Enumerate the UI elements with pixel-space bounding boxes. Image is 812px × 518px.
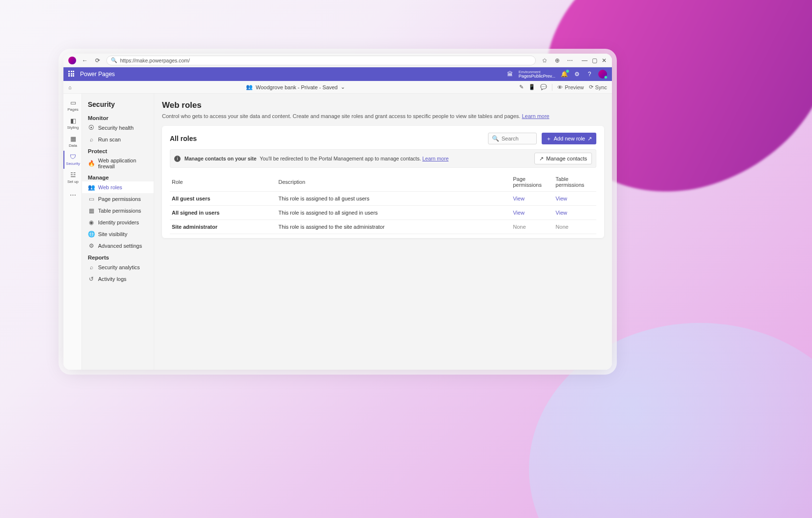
view-table-permissions-link[interactable]: View [556, 196, 568, 201]
environment-picker[interactable]: Environment PagesPublicPrev... [519, 70, 555, 79]
gear-icon: ⚙ [88, 242, 95, 249]
search-icon: 🔍 [492, 135, 499, 142]
mobile-icon[interactable]: 📱 [528, 84, 535, 90]
view-page-permissions-link[interactable]: View [513, 210, 525, 216]
add-new-role-button[interactable]: ＋ Add new role ↗ [542, 133, 596, 144]
cell-role: Site administrator [170, 220, 277, 234]
collections-icon[interactable]: ⊕ [553, 57, 561, 64]
plus-icon: ＋ [546, 135, 551, 142]
sidebar-item-table-permissions[interactable]: ▦ Table permissions [82, 205, 154, 217]
sidebar-item-security-health[interactable]: ⦿ Security health [82, 122, 154, 134]
manage-contacts-button[interactable]: ↗ Manage contacts [534, 153, 592, 164]
data-icon: ▦ [69, 135, 77, 142]
sync-button[interactable]: ⟳ Sync [589, 84, 607, 90]
cell-table-permissions: View [554, 192, 596, 206]
sidebar-item-security-analytics[interactable]: ⌕ Security analytics [82, 261, 154, 273]
sidebar-item-run-scan[interactable]: ⌕ Run scan [82, 134, 154, 145]
browser-bar: ← ⟳ 🔍 https://make.powerpages.com/ ✩ ⊕ ⋯… [63, 54, 612, 67]
rail-pages[interactable]: ▭ Pages [63, 97, 81, 115]
preview-button[interactable]: 👁 Preview [557, 84, 584, 90]
col-description: Description [277, 173, 511, 192]
minimize-icon[interactable]: — [582, 57, 588, 64]
group-manage: Manage [82, 172, 154, 181]
cell-description: This role is assigned to all signed in u… [277, 206, 511, 220]
help-icon[interactable]: ? [586, 71, 593, 78]
app-bar: Power Pages 🏛 Environment PagesPublicPre… [63, 67, 612, 81]
firewall-icon: 🔥 [88, 160, 95, 167]
body: ▭ Pages ◧ Styling ▦ Data 🛡 Security ☳ Se… [63, 94, 612, 370]
sidepanel: Security Monitor ⦿ Security health ⌕ Run… [82, 94, 154, 370]
sidebar-item-site-visibility[interactable]: 🌐 Site visibility [82, 228, 154, 240]
view-page-permissions-link[interactable]: View [513, 196, 525, 201]
people-icon: 👥 [88, 184, 95, 191]
cell-page-permissions: None [511, 220, 553, 234]
maximize-icon[interactable]: ▢ [591, 57, 597, 64]
cell-description: This role is assigned to the site admini… [277, 220, 511, 234]
table-row[interactable]: Site administratorThis role is assigned … [170, 220, 596, 234]
profile-avatar-icon[interactable] [68, 57, 76, 64]
analytics-icon: ⌕ [88, 264, 95, 271]
nav-rail: ▭ Pages ◧ Styling ▦ Data 🛡 Security ☳ Se… [63, 94, 82, 370]
url-text: https://make.powerpages.com/ [120, 58, 190, 63]
address-bar[interactable]: 🔍 https://make.powerpages.com/ [106, 56, 536, 65]
product-name: Power Pages [80, 71, 115, 78]
sidebar-item-identity-providers[interactable]: ◉ Identity providers [82, 217, 154, 228]
back-icon[interactable]: ← [81, 57, 89, 64]
eye-icon: 👁 [557, 84, 563, 90]
design-icon[interactable]: ✎ [519, 84, 524, 90]
info-banner: i Manage contacts on your site You'll be… [170, 149, 596, 168]
search-input[interactable] [502, 136, 536, 141]
app-launcher-icon[interactable] [68, 71, 75, 78]
site-picker[interactable]: 👥 Woodgrove bank - Private - Saved ⌄ [72, 84, 520, 90]
group-reports: Reports [82, 252, 154, 261]
sidebar-item-web-roles[interactable]: 👥 Web roles [82, 181, 154, 193]
sidebar-item-page-permissions[interactable]: ▭ Page permissions [82, 193, 154, 205]
table-row[interactable]: All guest usersThis role is assigned to … [170, 192, 596, 206]
search-box[interactable]: 🔍 [488, 133, 537, 144]
history-icon: ↺ [88, 276, 95, 282]
environment-icon[interactable]: 🏛 [506, 71, 514, 78]
rail-data[interactable]: ▦ Data [63, 133, 81, 151]
rail-styling[interactable]: ◧ Styling [63, 115, 81, 133]
sync-icon: ⟳ [589, 84, 593, 90]
banner-learn-more-link[interactable]: Learn more [423, 156, 449, 161]
shield-icon: ⦿ [88, 124, 95, 131]
notifications-icon[interactable]: 🔔 [560, 71, 568, 78]
page-icon: ▭ [88, 196, 95, 202]
home-icon[interactable]: ⌂ [68, 84, 72, 90]
chat-icon[interactable]: 💬 [540, 84, 547, 90]
info-icon: i [174, 156, 181, 162]
view-table-permissions-link[interactable]: View [556, 210, 568, 216]
search-icon: 🔍 [111, 57, 117, 63]
rail-more[interactable]: ⋯ [63, 189, 81, 201]
col-page-permissions: Page permissions [511, 173, 553, 192]
sidebar-item-firewall[interactable]: 🔥 Web application firewall [82, 155, 154, 172]
card-header: All roles 🔍 ＋ Add new role ↗ [170, 133, 596, 144]
settings-icon[interactable]: ⚙ [573, 71, 581, 78]
app-window: ← ⟳ 🔍 https://make.powerpages.com/ ✩ ⊕ ⋯… [63, 54, 612, 370]
group-protect: Protect [82, 145, 154, 155]
learn-more-link[interactable]: Learn more [522, 113, 549, 119]
sidebar-item-advanced-settings[interactable]: ⚙ Advanced settings [82, 240, 154, 252]
user-avatar-icon[interactable] [598, 70, 607, 79]
table-row[interactable]: All signed in usersThis role is assigned… [170, 206, 596, 220]
cell-page-permissions: View [511, 206, 553, 220]
col-table-permissions: Table permissions [554, 173, 596, 192]
cell-role: All guest users [170, 192, 277, 206]
cell-table-permissions: None [554, 220, 596, 234]
rail-security[interactable]: 🛡 Security [63, 151, 81, 169]
rail-setup[interactable]: ☳ Set up [63, 169, 81, 187]
extensions-icon[interactable]: ⋯ [566, 57, 574, 64]
refresh-icon[interactable]: ⟳ [94, 57, 102, 64]
identity-icon: ◉ [88, 219, 95, 226]
pages-icon: ▭ [69, 99, 77, 106]
table-icon: ▦ [88, 207, 95, 214]
sidebar-item-activity-logs[interactable]: ↺ Activity logs [82, 273, 154, 285]
close-icon[interactable]: ✕ [601, 57, 607, 64]
sidepanel-title: Security [82, 99, 154, 112]
security-icon: 🛡 [69, 153, 77, 160]
page-subtitle: Control who gets to access your site dat… [162, 113, 604, 119]
chevron-down-icon: ⌄ [341, 84, 345, 90]
page-title: Web roles [162, 100, 604, 110]
favorite-icon[interactable]: ✩ [541, 57, 548, 64]
